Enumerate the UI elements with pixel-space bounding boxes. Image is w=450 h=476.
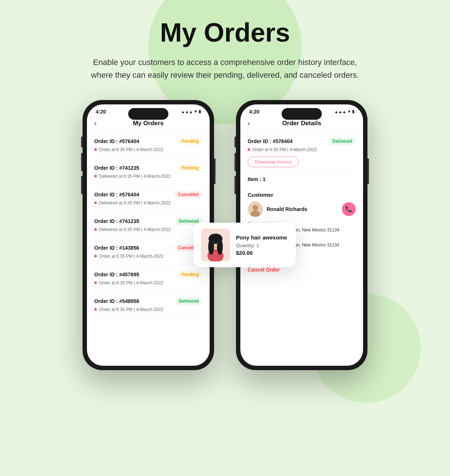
- svg-point-10: [217, 241, 219, 243]
- order-list-item[interactable]: Order ID : #457895 Pending Order at 6:35…: [94, 265, 202, 292]
- product-image: [201, 229, 230, 261]
- side-btn-vol-up-2: [234, 153, 236, 171]
- order-time-row: Delivered at 6:35 PM | 4-March-2022: [94, 227, 202, 232]
- side-btn-vol-up: [81, 153, 83, 171]
- order-time-row: Order at 6:35 PM | 4-March-2022: [94, 254, 202, 259]
- dot-icon: [94, 228, 97, 231]
- order-time-text: Delivered at 6:35 PM | 4-March-2022: [99, 200, 171, 206]
- order-id-text: Order ID : #741235: [94, 165, 139, 171]
- back-button-1[interactable]: ‹: [94, 119, 97, 127]
- order-list-item[interactable]: Order ID : #143856 Cancelled Order at 6:…: [94, 238, 202, 265]
- order-row: Order ID : #576404 Cancelled: [94, 191, 202, 198]
- order-id-text: Order ID : #576404: [94, 138, 139, 144]
- order-id-text: Order ID : #576404: [94, 192, 139, 197]
- order-time-text: Delivered at 6:35 PM | 4-March-2022: [99, 227, 171, 232]
- battery-icon-2: ▮: [352, 109, 354, 114]
- order-time-row: Delivered at 6:35 PM | 4-March-2022: [94, 174, 202, 179]
- side-btn-silent: [81, 137, 83, 147]
- order-detail-time: Order at 6:35 PM | 4-March-2022: [252, 147, 317, 152]
- order-id-text: Order ID : #741235: [94, 218, 139, 224]
- order-status-badge: Pending: [178, 138, 202, 145]
- dynamic-island-2: [282, 108, 322, 120]
- order-status-badge: Delivered: [175, 298, 202, 305]
- order-list-item[interactable]: Order ID : #548958 Delivered Order at 6:…: [94, 292, 202, 318]
- customer-info: Ronald Richards: [248, 201, 307, 217]
- status-icons-2: ▲▲▲ ▾ ▮: [334, 109, 354, 114]
- side-btn-vol-down-2: [234, 176, 236, 194]
- wifi-icon: ▾: [195, 109, 197, 114]
- order-row: Order ID : #143856 Cancelled: [94, 244, 202, 252]
- product-quantity: Quantity: 1: [236, 243, 289, 248]
- svg-point-8: [217, 239, 223, 255]
- item-label: Item : 1: [248, 176, 356, 182]
- order-time-row: Order at 6:35 PM | 4-March-2022: [94, 280, 202, 285]
- dot-icon-detail: [248, 148, 250, 151]
- order-time-text: Order at 6:35 PM | 4-March-2022: [99, 147, 164, 152]
- status-time-1: 4:20: [96, 109, 106, 115]
- battery-icon: ▮: [199, 109, 201, 114]
- phone-1-screen: 4:20 ▲▲▲ ▾ ▮ ‹ My Orders Order ID : #576…: [87, 104, 210, 366]
- order-id-text: Order ID : #457895: [94, 272, 139, 277]
- order-status-badge: Cancelled: [174, 191, 202, 198]
- wifi-icon-2: ▾: [348, 109, 350, 114]
- order-time-row: Delivered at 6:35 PM | 4-March-2022: [94, 200, 202, 206]
- order-list-item[interactable]: Order ID : #576404 Pending Order at 6:35…: [94, 132, 202, 158]
- order-time-text: Order at 6:35 PM | 4-March-2022: [99, 280, 164, 285]
- dot-icon: [94, 148, 97, 151]
- order-list-item[interactable]: Order ID : #741235 Pending Delivered at …: [94, 158, 202, 185]
- phone-icon: 📞: [345, 206, 352, 212]
- side-btn-power: [214, 158, 216, 184]
- order-id-text: Order ID : #143856: [94, 245, 139, 251]
- order-time-text: Order at 6:35 PM | 4-March-2022: [99, 307, 164, 312]
- order-row: Order ID : #741235 Pending: [94, 164, 202, 172]
- order-detail-id: Order ID : #576404: [248, 138, 293, 144]
- call-button[interactable]: 📞: [342, 202, 356, 216]
- side-btn-vol-down: [81, 176, 83, 194]
- order-time-text: Delivered at 6:35 PM | 4-March-2022: [99, 174, 171, 179]
- product-info: Pony hair awesome Quantity: 1 $20.00: [236, 234, 289, 256]
- dot-icon: [94, 308, 97, 311]
- customer-section-label: Customer: [248, 192, 356, 198]
- signal-icon: ▲▲▲: [181, 110, 193, 114]
- svg-point-1: [252, 205, 258, 211]
- order-list-item[interactable]: Order ID : #576404 Cancelled Delivered a…: [94, 185, 202, 212]
- order-id-text: Order ID : #548958: [94, 298, 139, 304]
- order-time-text: Order at 6:35 PM | 4-March-2022: [99, 254, 164, 259]
- hero-section: My Orders Enable your customers to acces…: [61, 0, 389, 93]
- order-time-row: Order at 6:35 PM | 4-March-2022: [94, 147, 202, 152]
- signal-icon-2: ▲▲▲: [334, 110, 346, 114]
- orders-list: Order ID : #576404 Pending Order at 6:35…: [87, 132, 210, 318]
- dot-icon: [94, 255, 97, 257]
- order-status-badge: Pending: [178, 164, 202, 172]
- order-row: Order ID : #548958 Delivered: [94, 298, 202, 305]
- customer-row: Ronald Richards 📞: [248, 201, 356, 217]
- dot-icon: [94, 281, 97, 284]
- status-icons-1: ▲▲▲ ▾ ▮: [181, 109, 201, 114]
- back-button-2[interactable]: ‹: [248, 119, 250, 127]
- product-price: $20.00: [236, 250, 289, 256]
- page-title: My Orders: [90, 18, 360, 47]
- order-header-row: Order ID : #576404 Delivered: [248, 138, 356, 145]
- customer-avatar: [248, 201, 263, 217]
- cancel-order-button[interactable]: Cancel Order: [248, 267, 356, 273]
- order-detail-time-row: Order at 6:35 PM | 4-March-2022: [248, 147, 356, 152]
- svg-point-9: [212, 241, 214, 243]
- nav-title-2: Order Details: [282, 120, 321, 127]
- order-list-item[interactable]: Order ID : #741235 Delivered Delivered a…: [94, 212, 202, 238]
- product-name: Pony hair awesome: [236, 234, 289, 241]
- side-btn-power-2: [367, 158, 369, 184]
- order-row: Order ID : #576404 Pending: [94, 138, 202, 145]
- order-row: Order ID : #741235 Delivered: [94, 218, 202, 225]
- side-btn-silent-2: [234, 137, 236, 147]
- download-invoice-button[interactable]: Download invoice: [248, 157, 299, 167]
- order-detail-status: Delivered: [329, 138, 356, 145]
- dot-icon: [94, 201, 97, 204]
- item-section: Item : 1: [248, 172, 356, 188]
- order-time-row: Order at 6:35 PM | 4-March-2022: [94, 307, 202, 312]
- product-card: Pony hair awesome Quantity: 1 $20.00: [194, 223, 296, 267]
- status-time-2: 4:20: [249, 109, 259, 115]
- order-detail-header: Order ID : #576404 Delivered Order at 6:…: [248, 132, 356, 172]
- customer-name: Ronald Richards: [267, 206, 307, 212]
- nav-title-1: My Orders: [133, 120, 164, 127]
- svg-point-7: [208, 239, 214, 255]
